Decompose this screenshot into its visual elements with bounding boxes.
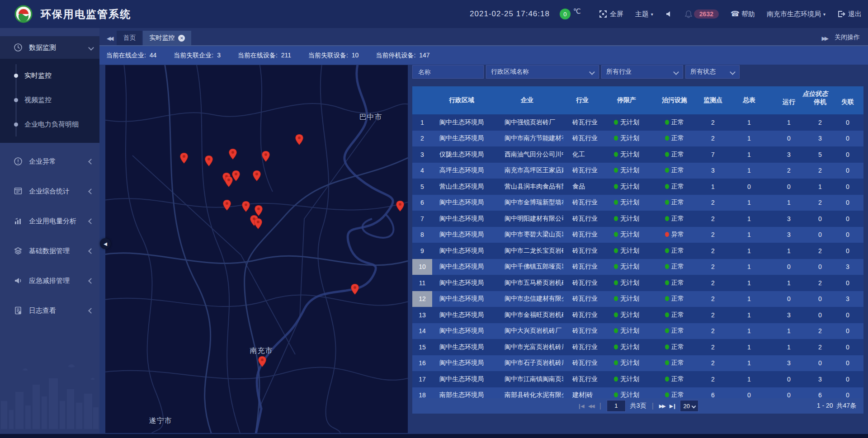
map-panel[interactable]: 巴中市南充市遂宁市	[105, 65, 408, 433]
theme-dropdown[interactable]: 主题▾	[635, 10, 653, 19]
region-filter-select[interactable]: 行政区域名称	[486, 65, 599, 79]
name-filter-field[interactable]	[412, 65, 484, 79]
cell-index: 17	[412, 371, 432, 387]
sidebar-item-log-view[interactable]: 日志查看	[0, 299, 99, 322]
exit-button[interactable]: 退出	[837, 10, 862, 19]
status-dot-green	[665, 328, 669, 333]
next-page-button[interactable]: ▶▶	[659, 403, 665, 409]
industry-filter-select[interactable]: 所有行业	[601, 65, 683, 79]
notification-button[interactable]: 2632	[685, 9, 719, 19]
map-pin[interactable]	[258, 356, 266, 367]
map-pin[interactable]	[254, 218, 262, 229]
sidebar-item-power-usage-analysis[interactable]: 企业用电量分析	[0, 210, 99, 232]
bullet-icon	[14, 98, 18, 102]
map-pin[interactable]	[396, 201, 404, 212]
cell-company: 阆中市忠信建材有限公	[491, 295, 563, 303]
table-row[interactable]: 12 阆中生态环境局 阆中市忠信建材有限公 砖瓦行业 无计划 正常 2 1 0 …	[412, 291, 863, 307]
tab-realtime[interactable]: 实时监控✕	[143, 31, 191, 45]
table-row[interactable]: 9 阆中生态环境局 阆中市二龙长宝页岩砖 砖瓦行业 无计划 正常 2 1 1 2…	[412, 243, 863, 259]
table-row[interactable]: 8 阆中生态环境局 阆中市枣碧大梁山页岩 砖瓦行业 无计划 异常 2 1 3 0…	[412, 227, 863, 243]
cell-monitor-points: 2	[697, 359, 729, 367]
map-pin[interactable]	[351, 284, 359, 295]
cell-disconnected: 0	[832, 183, 863, 190]
table-row[interactable]: 6 阆中生态环境局 阆中市金博瑞新型墙材 砖瓦行业 无计划 正常 2 1 1 2…	[412, 195, 863, 211]
org-dropdown[interactable]: 南充市生态环境局▾	[767, 10, 826, 19]
sidebar-item-enterprise-statistics[interactable]: 企业综合统计	[0, 180, 99, 203]
sidebar-subitem-power-load-detail[interactable]: 企业电力负荷明细	[0, 112, 99, 137]
cell-index: 9	[412, 243, 432, 259]
cell-running: 1	[769, 119, 808, 126]
col-pollution-facility: 治污设施	[652, 96, 697, 104]
cell-pollution-facility: 正常	[652, 247, 697, 255]
tab-close-icon[interactable]: ✕	[178, 35, 185, 42]
cell-running: 1	[769, 279, 808, 287]
map-pin[interactable]	[242, 201, 250, 212]
status-dot-green	[614, 377, 618, 381]
map-pin[interactable]	[205, 155, 213, 166]
sidebar-subitem-video-monitoring[interactable]: 视频监控	[0, 88, 99, 112]
tabs-scroll-right-button[interactable]: ▶▶	[822, 35, 827, 42]
bullet-icon	[14, 122, 18, 127]
sidebar-item-emergency-reduction[interactable]: 应急减排管理	[0, 269, 99, 292]
map-pin[interactable]	[229, 149, 237, 160]
map-collapse-button[interactable]: ◀	[100, 238, 111, 249]
table-row[interactable]: 15 阆中生态环境局 阆中市光富页岩机砖厂 砖瓦行业 无计划 正常 2 1 1 …	[412, 339, 863, 355]
sidebar-subitem-realtime-monitoring[interactable]: 实时监控	[0, 63, 99, 88]
sidebar-item-basic-data-management[interactable]: 基础数据管理	[0, 240, 99, 262]
table-row[interactable]: 1 阆中生态环境局 阆中强锐页岩砖厂 砖瓦行业 无计划 正常 2 1 1 2 0	[412, 114, 863, 131]
page-size-select[interactable]: 20	[680, 400, 698, 412]
table-row[interactable]: 2 阆中生态环境局 阆中市南方节能建材有 砖瓦行业 无计划 正常 2 1 0 3…	[412, 131, 863, 147]
table-row[interactable]: 4 高坪生态环境局 南充市高坪区王家店建 砖瓦行业 无计划 正常 3 1 2 2…	[412, 163, 863, 179]
sidebar-item-enterprise-abnormal[interactable]: 企业异常	[0, 150, 99, 173]
table-row[interactable]: 18 南部生态环境局 南部县砖化水泥有限公 建材|砖 无计划 正常 6 0 0 …	[412, 387, 863, 399]
map-pin[interactable]	[232, 170, 240, 181]
sound-button[interactable]	[665, 10, 673, 18]
cell-stop-production: 无计划	[601, 359, 652, 367]
map-pin[interactable]	[223, 200, 231, 211]
table-row[interactable]: 11 阆中生态环境局 阆中市五马桥页岩机砖 砖瓦行业 无计划 正常 2 1 1 …	[412, 275, 863, 291]
table-row[interactable]: 13 阆中生态环境局 阆中市金福旺页岩机砖 砖瓦行业 无计划 正常 2 1 3 …	[412, 307, 863, 323]
cell-index: 10	[412, 259, 432, 275]
map-pin[interactable]	[255, 205, 263, 216]
prev-page-button[interactable]: ◀◀	[588, 403, 594, 409]
map-city-label: 南充市	[250, 346, 273, 356]
table-row[interactable]: 17 阆中生态环境局 阆中市江南镇阆南页岩 砖瓦行业 无计划 正常 2 1 0 …	[412, 371, 863, 387]
col-running: 运行	[769, 98, 808, 106]
sidebar-item-data-monitoring[interactable]: 数据监测	[0, 36, 99, 59]
phone-icon: ☎	[731, 10, 739, 18]
table-row[interactable]: 16 阆中生态环境局 阆中市石子页岩机砖厂 砖瓦行业 无计划 正常 2 1 3 …	[412, 355, 863, 372]
col-company: 企业	[491, 96, 563, 104]
map-pin[interactable]	[295, 134, 303, 145]
cell-company: 阆中大兴页岩机砖厂	[491, 327, 563, 335]
log-icon	[14, 306, 23, 315]
map-pin[interactable]	[225, 176, 233, 187]
cell-company: 南充市高坪区王家店建	[491, 166, 563, 174]
close-operations-button[interactable]: 关闭操作	[835, 33, 860, 42]
cell-index: 14	[412, 323, 432, 339]
status-filter-select[interactable]: 所有状态	[685, 65, 740, 79]
cell-company: 南部县砖化水泥有限公	[491, 391, 563, 398]
table-row[interactable]: 5 营山生态环境局 营山县润丰肉食品有限 食品 无计划 正常 1 0 0 1 0	[412, 179, 863, 195]
tabs-scroll-left-button[interactable]: ◀◀	[107, 35, 112, 42]
name-filter-input[interactable]	[417, 68, 479, 76]
app-root: 环保用电监管系统 2021-02-25 17:46:18 0 ℃ 全屏 主题▾	[0, 0, 868, 438]
status-dot-green	[614, 232, 618, 237]
table-row[interactable]: 3 仪陇生态环境局 西南油气田分公司川中 化工 无计划 正常 7 1 3 5 0	[412, 146, 863, 163]
map-pin[interactable]	[262, 151, 270, 162]
table-row[interactable]: 10 阆中生态环境局 阆中千佛镇五郎垭页岩 砖瓦行业 无计划 正常 2 1 0 …	[412, 259, 863, 275]
table-row[interactable]: 14 阆中生态环境局 阆中大兴页岩机砖厂 砖瓦行业 无计划 正常 2 1 1 2…	[412, 323, 863, 339]
tab-home[interactable]: 首页	[117, 31, 142, 45]
help-button[interactable]: ☎ 帮助	[731, 10, 755, 19]
table-row[interactable]: 7 阆中生态环境局 阆中明阳建材有限公司 砖瓦行业 无计划 正常 2 1 3 0…	[412, 211, 863, 227]
fullscreen-button[interactable]: 全屏	[599, 10, 623, 19]
first-page-button[interactable]: ❙◀	[577, 403, 584, 409]
total-pages-label: 共3页	[630, 402, 646, 410]
cell-region: 阆中生态环境局	[432, 375, 491, 383]
cell-company: 阆中强锐页岩砖厂	[491, 118, 563, 127]
cell-pollution-facility: 正常	[652, 391, 697, 398]
cell-running: 3	[769, 215, 808, 222]
map-pin[interactable]	[180, 153, 188, 164]
page-number-input[interactable]: 1	[607, 400, 626, 412]
last-page-button[interactable]: ▶❙	[670, 403, 676, 409]
map-pin[interactable]	[253, 170, 261, 181]
